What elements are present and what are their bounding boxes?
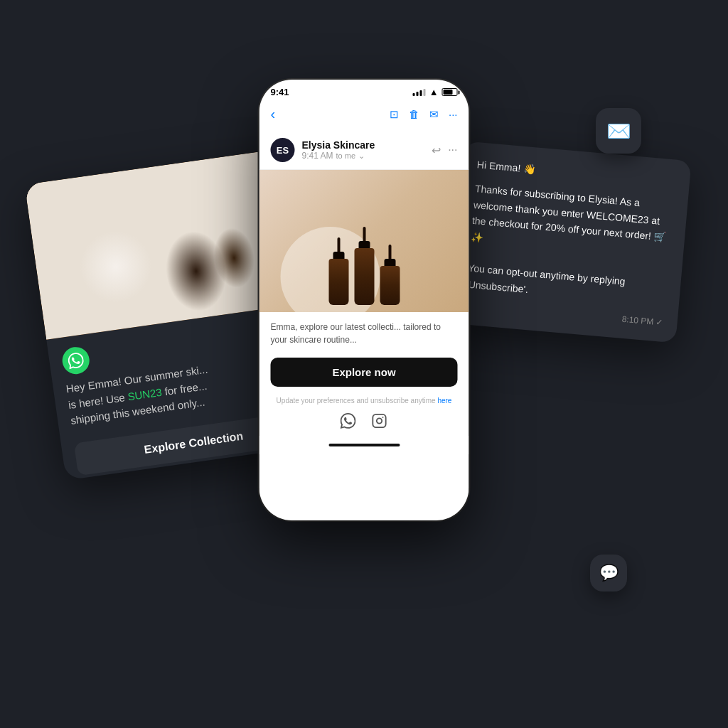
trash-icon[interactable]: 🗑	[409, 108, 419, 121]
sender-details: Elysia Skincare 9:41 AM to me ⌄	[302, 139, 375, 161]
to-me-arrow: ⌄	[358, 151, 365, 161]
chat-card: Hi Emma! 👋 Thanks for subscribing to Ely…	[449, 141, 691, 343]
promo-code: SUN23	[127, 385, 162, 402]
unsubscribe-link[interactable]: here	[437, 397, 451, 405]
more-actions-icon[interactable]: ···	[448, 144, 457, 157]
home-indicator	[328, 444, 400, 446]
email-header: ES Elysia Skincare 9:41 AM to me ⌄ ↩	[259, 129, 469, 170]
whatsapp-social-icon[interactable]	[340, 413, 357, 430]
floating-chat-icon: 💬	[590, 555, 627, 592]
battery-icon	[442, 88, 458, 96]
more-icon[interactable]: ···	[449, 108, 458, 121]
whatsapp-icon	[60, 346, 91, 376]
mail-emoji: ✉️	[606, 119, 631, 143]
status-bar: 9:41 ▲	[271, 87, 458, 97]
serum-bottles	[328, 227, 400, 305]
wifi-icon: ▲	[429, 87, 439, 97]
phone-status-area: 9:41 ▲ ‹ ⊡ �	[259, 80, 469, 129]
sender-to: to me	[336, 151, 356, 160]
status-time: 9:41	[271, 87, 289, 97]
explore-now-button[interactable]: Explore now	[271, 358, 458, 387]
bottle-1	[328, 237, 348, 305]
phone: 9:41 ▲ ‹ ⊡ �	[259, 80, 469, 520]
svg-point-2	[382, 417, 383, 418]
home-bar	[259, 436, 469, 454]
unsubscribe-text: Update your preferences and unsubscribe …	[259, 394, 469, 407]
scene: Hey Emma! Our summer ski... is here! Use…	[44, 80, 684, 648]
mail-icon[interactable]: ✉	[429, 108, 439, 121]
sender-name: Elysia Skincare	[302, 139, 375, 151]
chat-message: Thanks for subscribing to Elysia! As a w…	[466, 181, 674, 309]
email-actions: ↩ ···	[432, 144, 457, 157]
instagram-social-icon[interactable]	[371, 413, 388, 430]
reply-icon[interactable]: ↩	[432, 144, 441, 157]
bottle-3	[380, 245, 400, 305]
sender-row: ES Elysia Skincare 9:41 AM to me ⌄ ↩	[271, 138, 458, 162]
sender-time: 9:41 AM	[302, 151, 333, 161]
phone-content: ES Elysia Skincare 9:41 AM to me ⌄ ↩	[259, 129, 469, 520]
status-icons: ▲	[413, 87, 458, 97]
email-body-text: Emma, explore our latest collecti... tai…	[259, 312, 469, 355]
social-icons-row	[259, 407, 469, 436]
chat-bubble-icon: 💬	[599, 564, 619, 582]
svg-rect-0	[373, 414, 385, 427]
back-button[interactable]: ‹	[271, 106, 276, 122]
floating-mail-icon: ✉️	[596, 108, 641, 154]
signal-icon	[413, 89, 426, 96]
email-nav-icons: ⊡ 🗑 ✉ ···	[390, 108, 458, 121]
archive-icon[interactable]: ⊡	[390, 108, 399, 121]
sender-info: ES Elysia Skincare 9:41 AM to me ⌄	[271, 138, 375, 162]
email-product-image	[259, 170, 469, 312]
svg-point-1	[376, 418, 381, 423]
email-navigation: ‹ ⊡ 🗑 ✉ ···	[271, 103, 458, 125]
sender-avatar: ES	[271, 138, 295, 162]
bottle-2	[354, 227, 374, 305]
